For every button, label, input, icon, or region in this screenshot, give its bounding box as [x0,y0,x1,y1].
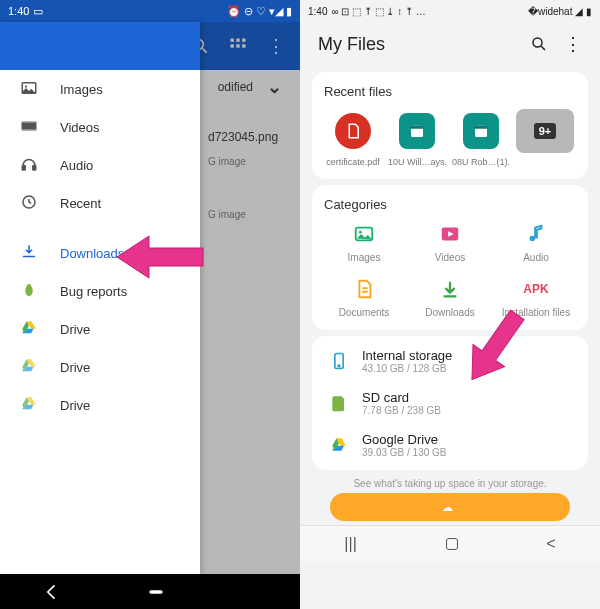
gdrive2-icon [20,357,38,378]
svg-rect-21 [411,126,423,129]
gdrive-icon [20,319,38,340]
background-content: odified⌄ d723045.png G image G image [200,70,300,226]
category-installation-files[interactable]: APKInstallation files [496,277,576,318]
app-title: My Files [318,34,385,55]
sd-icon [328,392,350,414]
drawer-item-drive[interactable]: Drive [0,348,200,386]
category-label: Videos [410,252,490,263]
more-icon[interactable]: ⋮ [564,35,582,53]
svg-rect-15 [23,255,35,257]
svg-rect-18 [149,590,162,593]
doc-icon [324,277,404,301]
analyze-button[interactable]: ☁ [330,493,570,521]
svg-rect-13 [33,165,36,170]
drawer-label: Audio [60,158,93,173]
category-label: Installation files [496,307,576,318]
section-title: Recent files [324,84,576,99]
category-images[interactable]: Images [324,222,404,263]
status-icons: ⏰ ⊝ ♡ ▾◢ ▮ [227,5,292,18]
storage-size: 43.10 GB / 128 GB [362,363,452,374]
img-icon [324,222,404,246]
svg-rect-23 [475,126,487,129]
svg-point-19 [533,38,542,47]
storage-internal-storage[interactable]: Internal storage43.10 GB / 128 GB [324,340,576,382]
search-icon[interactable] [530,35,548,53]
android-nav-bar: ||| < [300,525,600,561]
vid-icon [410,222,490,246]
svg-point-25 [359,231,362,234]
svg-rect-11 [22,129,37,131]
storage-name: Google Drive [362,432,447,447]
category-label: Images [324,252,404,263]
android-nav-bar [0,574,300,609]
drawer-item-downloads[interactable]: Downloads [0,234,200,272]
category-documents[interactable]: Documents [324,277,404,318]
category-videos[interactable]: Videos [410,222,490,263]
int-icon [328,350,350,372]
storage-size: 39.03 GB / 130 GB [362,447,447,458]
grid-view-icon[interactable] [228,36,248,56]
home-button[interactable] [446,538,458,550]
drawer-item-videos[interactable]: Videos [0,108,200,146]
storage-name: SD card [362,390,441,405]
category-audio[interactable]: Audio [496,222,576,263]
drawer-item-audio[interactable]: Audio [0,146,200,184]
back-button[interactable]: < [546,535,555,553]
download-icon [20,243,38,264]
svg-rect-3 [242,39,245,42]
storage-card: Internal storage43.10 GB / 128 GBSD card… [312,336,588,470]
svg-rect-1 [231,39,234,42]
drawer-label: Drive [60,322,90,337]
drawer-label: Drive [60,398,90,413]
category-label: Documents [324,307,404,318]
file-label: 10U Will…ays.ics [388,157,446,167]
drawer-item-recent[interactable]: Recent [0,184,200,222]
svg-rect-5 [236,44,239,47]
drawer-item-images[interactable]: Images [0,70,200,108]
file-label: 08U Rob…(1).ics [452,157,510,167]
drawer-label: Recent [60,196,101,211]
storage-sd-card[interactable]: SD card7.78 GB / 238 GB [324,382,576,424]
recent-files-card: Recent files certificate.pdf10U Will…ays… [312,72,588,179]
svg-point-8 [25,85,27,87]
storage-tip: See what's taking up space in your stora… [300,478,600,489]
recent-file[interactable]: 10U Will…ays.ics [388,109,446,167]
drawer-label: Bug reports [60,284,127,299]
recents-button[interactable]: ||| [344,535,356,553]
bug-icon [20,281,38,302]
status-time: 1:40 [308,6,327,17]
section-title: Categories [324,197,576,212]
drawer-item-bug-reports[interactable]: Bug reports [0,272,200,310]
status-bar: 1:40∞ ⊡ ⬚ ⤒ ⬚ ⤓ ↕ ⤒ … �widehat ◢ ▮ [300,0,600,22]
phone-left: 1:40▭ ⏰ ⊝ ♡ ▾◢ ▮ Files ⋮ odified⌄ d72304… [0,0,300,609]
app-bar: My Files ⋮ [300,22,600,66]
phone-right: 1:40∞ ⊡ ⬚ ⤒ ⬚ ⤓ ↕ ⤒ … �widehat ◢ ▮ My Fi… [300,0,600,609]
recent-file[interactable]: 08U Rob…(1).ics [452,109,510,167]
dl-icon [410,277,490,301]
drawer-item-drive[interactable]: Drive [0,386,200,424]
image-icon [20,79,38,100]
video-icon [20,117,38,138]
recent-icon [20,193,38,214]
svg-rect-10 [22,121,37,123]
gdrive2-icon [20,395,38,416]
gd-icon [328,434,350,456]
recent-file[interactable]: 9+ [516,109,574,167]
chevron-down-icon[interactable]: ⌄ [267,76,282,98]
categories-card: Categories ImagesVideosAudioDocumentsDow… [312,185,588,330]
svg-rect-12 [22,165,25,170]
storage-name: Internal storage [362,348,452,363]
svg-rect-6 [242,44,245,47]
drawer-item-drive[interactable]: Drive [0,310,200,348]
back-button[interactable] [42,582,62,602]
notif-icon: ▭ [33,5,43,18]
home-button[interactable] [146,582,166,602]
storage-google-drive[interactable]: Google Drive39.03 GB / 130 GB [324,424,576,466]
svg-point-29 [338,365,340,367]
more-icon[interactable]: ⋮ [266,36,286,56]
recent-file[interactable]: certificate.pdf [324,109,382,167]
status-time: 1:40 [8,5,29,17]
drawer-label: Drive [60,360,90,375]
drawer-label: Images [60,82,103,97]
category-downloads[interactable]: Downloads [410,277,490,318]
